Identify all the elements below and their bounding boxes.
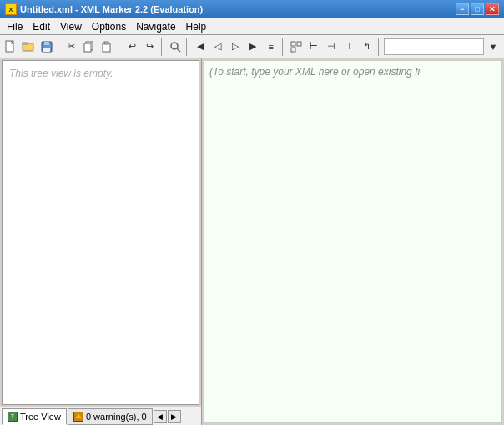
menu-options[interactable]: Options bbox=[87, 19, 131, 34]
undo-button[interactable]: ↩ bbox=[123, 38, 140, 56]
main-content: This tree view is empty. T Tree View ⚠ 0… bbox=[0, 58, 504, 425]
menu-file[interactable]: File bbox=[2, 19, 28, 34]
svg-point-10 bbox=[171, 43, 178, 49]
editor-area[interactable]: (To start, type your XML here or open ex… bbox=[204, 60, 502, 423]
tree-view-area: This tree view is empty. bbox=[2, 60, 199, 405]
tab-bar: T Tree View ⚠ 0 warning(s), 0 ◀ ▶ bbox=[0, 407, 201, 425]
svg-rect-5 bbox=[43, 48, 50, 52]
warning-icon: ⚠ bbox=[73, 412, 83, 422]
menu-navigate[interactable]: Navigate bbox=[131, 19, 180, 34]
sep3 bbox=[161, 38, 164, 56]
svg-rect-7 bbox=[84, 43, 91, 52]
paste-button[interactable] bbox=[98, 38, 115, 56]
format-button[interactable]: ⊤ bbox=[340, 38, 357, 56]
toolbar: ✂ ↩ ↪ ◀ ◁ ▷ ▶ ≡ ⊢ ⊣ ⊤ ↰ ▼ bbox=[0, 35, 504, 58]
redo-button[interactable]: ↪ bbox=[141, 38, 158, 56]
sep5 bbox=[282, 38, 285, 56]
indent-button[interactable]: ⊣ bbox=[323, 38, 340, 56]
collapse-button[interactable]: ⊢ bbox=[305, 38, 322, 56]
tree-view-tab[interactable]: T Tree View bbox=[2, 408, 67, 425]
sep2 bbox=[118, 38, 121, 56]
find-button[interactable] bbox=[166, 38, 183, 56]
tab-prev-button[interactable]: ◀ bbox=[154, 410, 167, 423]
search-dropdown[interactable]: ▼ bbox=[485, 38, 501, 56]
menu-view[interactable]: View bbox=[55, 19, 87, 34]
title-bar-controls: − □ ✕ bbox=[456, 3, 499, 15]
left-panel: This tree view is empty. T Tree View ⚠ 0… bbox=[0, 58, 202, 425]
svg-rect-13 bbox=[297, 42, 301, 46]
save-button[interactable] bbox=[38, 38, 55, 56]
nav-prev-button[interactable]: ◁ bbox=[209, 38, 226, 56]
editor-placeholder: (To start, type your XML here or open ex… bbox=[209, 66, 420, 78]
nav-back-button[interactable]: ◀ bbox=[191, 38, 208, 56]
svg-rect-14 bbox=[291, 48, 295, 52]
title-bar-left: X Untitled.xml - XML Marker 2.2 (Evaluat… bbox=[5, 3, 203, 15]
new-button[interactable] bbox=[3, 38, 19, 56]
expand-button[interactable] bbox=[288, 38, 305, 56]
tree-empty-text: This tree view is empty. bbox=[3, 61, 199, 86]
nav-next-button[interactable]: ▷ bbox=[227, 38, 244, 56]
app-icon: X bbox=[5, 3, 17, 15]
open-button[interactable] bbox=[20, 38, 37, 56]
sep6 bbox=[378, 38, 381, 56]
tree-tab-icon: T bbox=[8, 412, 18, 422]
warnings-tab[interactable]: ⚠ 0 warning(s), 0 bbox=[68, 408, 153, 425]
svg-rect-12 bbox=[291, 42, 295, 46]
menu-edit[interactable]: Edit bbox=[28, 19, 55, 34]
minimize-button[interactable]: − bbox=[456, 3, 469, 15]
copy-button[interactable] bbox=[81, 38, 98, 56]
svg-rect-9 bbox=[104, 42, 108, 44]
sep1 bbox=[58, 38, 61, 56]
right-panel: (To start, type your XML here or open ex… bbox=[202, 58, 504, 425]
menu-help[interactable]: Help bbox=[181, 19, 212, 34]
maximize-button[interactable]: □ bbox=[471, 3, 484, 15]
tab-next-button[interactable]: ▶ bbox=[168, 410, 181, 423]
cut-button[interactable]: ✂ bbox=[63, 38, 80, 56]
sep4 bbox=[186, 38, 189, 56]
tree-tab-label: Tree View bbox=[20, 412, 61, 422]
window-title: Untitled.xml - XML Marker 2.2 (Evaluatio… bbox=[20, 4, 203, 14]
svg-rect-4 bbox=[44, 42, 49, 45]
warnings-text: 0 warning(s), 0 bbox=[86, 412, 147, 422]
svg-rect-2 bbox=[23, 43, 27, 44]
list-button[interactable]: ≡ bbox=[263, 38, 280, 56]
wrap-button[interactable]: ↰ bbox=[359, 38, 375, 56]
menu-bar: File Edit View Options Navigate Help bbox=[0, 18, 504, 35]
nav-forward-button[interactable]: ▶ bbox=[244, 38, 261, 56]
title-bar: X Untitled.xml - XML Marker 2.2 (Evaluat… bbox=[0, 0, 504, 18]
search-input[interactable] bbox=[384, 38, 484, 55]
svg-line-11 bbox=[177, 48, 180, 52]
close-button[interactable]: ✕ bbox=[486, 3, 499, 15]
